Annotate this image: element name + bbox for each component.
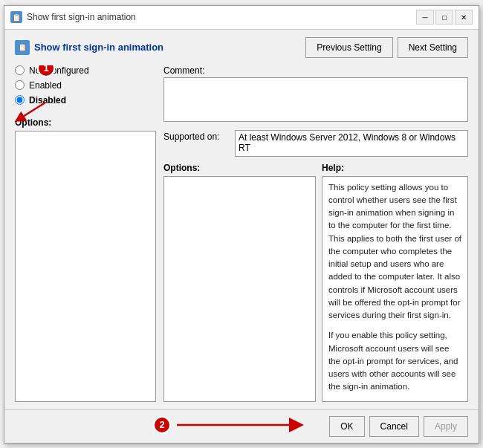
ok-button[interactable]: OK <box>329 416 364 437</box>
options-label: Options: <box>15 117 156 128</box>
help-paragraph-1: This policy setting allows you to contro… <box>328 181 461 322</box>
options-panel-box <box>163 176 316 402</box>
not-configured-input[interactable] <box>15 65 25 75</box>
radio-group: Not Configured Enabled Disabled <box>15 65 156 105</box>
help-label: Help: <box>322 163 468 173</box>
disabled-input[interactable] <box>15 95 25 105</box>
help-panel: Help: This policy setting allows you to … <box>322 163 468 402</box>
title-bar: 📋 Show first sign-in animation ─ □ ✕ <box>4 6 479 30</box>
comment-input[interactable] <box>163 77 468 122</box>
supported-section: Supported on: At least Windows Server 20… <box>163 130 468 157</box>
main-content: Not Configured Enabled Disabled <box>15 65 468 402</box>
window-icon: 📋 <box>10 11 22 23</box>
left-panel: Not Configured Enabled Disabled <box>15 65 163 402</box>
options-box <box>15 131 156 402</box>
minimize-button[interactable]: ─ <box>416 10 434 25</box>
cancel-button[interactable]: Cancel <box>369 416 419 437</box>
maximize-button[interactable]: □ <box>435 10 453 25</box>
annotation-badge-1: 1 <box>37 65 55 77</box>
options-panel-label: Options: <box>163 163 316 173</box>
footer: 2 OK Cancel Apply <box>4 409 479 443</box>
disabled-radio[interactable]: Disabled <box>15 95 156 105</box>
next-setting-button[interactable]: Next Setting <box>398 37 468 58</box>
previous-setting-button[interactable]: Previous Setting <box>305 37 392 58</box>
comment-label: Comment: <box>163 65 468 76</box>
header-row: 📋 Show first sign-in animation Previous … <box>15 37 468 58</box>
comment-section: Comment: <box>163 65 468 124</box>
supported-value: At least Windows Server 2012, Windows 8 … <box>235 130 468 157</box>
panels-row: Options: Help: This policy setting allow… <box>163 163 468 402</box>
policy-title: 📋 Show first sign-in animation <box>15 40 163 55</box>
header-buttons: Previous Setting Next Setting <box>305 37 468 58</box>
title-bar-controls: ─ □ ✕ <box>416 10 473 25</box>
not-configured-radio[interactable]: Not Configured <box>15 65 156 76</box>
annotation-2: 2 <box>153 415 308 435</box>
right-panel: Comment: Supported on: At least Windows … <box>163 65 468 402</box>
enabled-radio[interactable]: Enabled <box>15 80 156 91</box>
annotation-arrow-2 <box>174 415 308 435</box>
apply-button[interactable]: Apply <box>424 416 468 437</box>
enabled-input[interactable] <box>15 80 25 90</box>
help-paragraph-2: If you enable this policy setting, Micro… <box>328 329 461 393</box>
supported-label: Supported on: <box>163 130 230 142</box>
policy-icon: 📋 <box>15 40 30 55</box>
close-button[interactable]: ✕ <box>455 10 473 25</box>
content-area: 📋 Show first sign-in animation Previous … <box>4 30 479 409</box>
main-window: 📋 Show first sign-in animation ─ □ ✕ 📋 S… <box>4 5 479 444</box>
options-panel: Options: <box>163 163 316 402</box>
help-box: This policy setting allows you to contro… <box>322 176 468 402</box>
help-paragraph-3: If you disable this policy setting, user… <box>328 401 461 402</box>
title-bar-left: 📋 Show first sign-in animation <box>10 11 136 23</box>
window-title: Show first sign-in animation <box>27 12 136 22</box>
